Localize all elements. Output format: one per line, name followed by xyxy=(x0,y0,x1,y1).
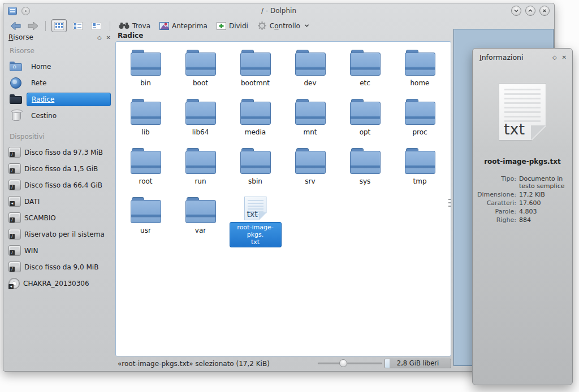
sidebar-device-item[interactable]: SCAMBIO xyxy=(8,210,111,226)
info-file-name: root-image-pkgs.txt xyxy=(473,158,572,165)
preview-button[interactable]: Anteprima xyxy=(157,21,210,31)
sidebar-item-network[interactable]: Rete xyxy=(8,75,111,91)
close-button[interactable] xyxy=(539,6,550,16)
folder-label: sys xyxy=(360,177,371,185)
gear-icon xyxy=(257,21,267,31)
folder-label: lib64 xyxy=(192,128,209,136)
folder-item[interactable]: run xyxy=(173,146,228,195)
information-panel-header[interactable]: Informazioni ◇ ✕ xyxy=(473,49,572,62)
split-icon xyxy=(217,22,226,30)
folder-icon xyxy=(240,148,271,174)
sidebar-device-item[interactable]: Disco fisso da 66,4 GiB xyxy=(8,177,111,193)
folder-item[interactable]: srv xyxy=(283,146,338,195)
folder-item[interactable]: bootmnt xyxy=(228,47,283,97)
sidebar-device-item[interactable]: Riservato per il sistema xyxy=(8,226,111,242)
device-icon xyxy=(8,262,21,272)
maximize-button[interactable] xyxy=(525,6,535,16)
folder-view-container: Radice bin boot bootmnt dev etc xyxy=(115,30,451,370)
places-panel-title: Risorse xyxy=(8,33,33,41)
folder-icon xyxy=(295,99,326,125)
folder-item[interactable]: lib xyxy=(118,97,173,146)
selected-file-label: root-image-pkgs. txt xyxy=(230,222,282,247)
folder-item[interactable]: opt xyxy=(338,97,392,146)
find-button[interactable]: Trova xyxy=(116,21,153,31)
device-icon xyxy=(8,180,21,190)
panel-splitter[interactable] xyxy=(448,199,451,209)
globe-icon xyxy=(8,77,23,89)
selected-file-item[interactable]: txt root-image-pkgs. txt xyxy=(228,195,283,247)
zoom-slider-handle[interactable] xyxy=(339,359,347,367)
dock-panel-icon[interactable]: ◇ xyxy=(552,54,557,60)
split-button[interactable]: Dividi xyxy=(214,21,251,31)
sidebar-item-trash[interactable]: Cestino xyxy=(8,107,111,124)
folder-icon xyxy=(350,99,381,125)
folder-item[interactable]: bin xyxy=(118,47,173,97)
folder-item[interactable]: proc xyxy=(392,97,447,146)
folder-item[interactable]: lib64 xyxy=(173,97,228,146)
folder-icon xyxy=(350,148,381,174)
places-panel: Risorse ◇ ✕ Risorse ⌂ Home Rete Radice C… xyxy=(5,30,114,369)
root-folder-icon xyxy=(8,94,23,104)
folder-label: media xyxy=(245,128,266,136)
folder-label: mnt xyxy=(304,128,317,136)
folder-label: var xyxy=(195,227,206,234)
sidebar-device-item[interactable]: WIN xyxy=(8,242,111,259)
minimize-button[interactable] xyxy=(511,6,521,16)
folder-item[interactable]: usr xyxy=(118,195,173,244)
folder-label: usr xyxy=(140,227,151,234)
folder-label: boot xyxy=(193,79,208,87)
folder-item[interactable]: sys xyxy=(338,146,392,195)
sidebar-item-home[interactable]: ⌂ Home xyxy=(8,58,111,75)
folder-label: proc xyxy=(412,128,427,136)
window-title: / - Dolphin xyxy=(3,7,554,15)
folder-item[interactable]: var xyxy=(173,195,228,244)
preview-label: Anteprima xyxy=(172,22,208,30)
statusbar: «root-image-pkgs.txt» selezionato (17,2 … xyxy=(115,358,451,370)
property-row: Tipo:Documento in testo semplice xyxy=(475,175,570,190)
folder-icon xyxy=(295,148,326,174)
folder-label: opt xyxy=(360,128,371,136)
folder-item[interactable]: root xyxy=(118,146,173,195)
view-title: Radice xyxy=(115,30,451,41)
information-panel-title: Informazioni xyxy=(479,53,524,62)
sidebar-item-root[interactable]: Radice xyxy=(8,91,111,107)
folder-icon xyxy=(131,148,161,174)
titlebar: / - Dolphin xyxy=(3,3,554,18)
binoculars-icon xyxy=(119,22,129,29)
device-icon xyxy=(8,147,21,158)
file-preview-icon: txt xyxy=(499,83,546,141)
float-panel-icon[interactable]: ◇ xyxy=(97,34,102,41)
device-icon xyxy=(8,196,21,207)
close-panel-icon[interactable]: ✕ xyxy=(562,54,567,60)
folder-label: lib xyxy=(141,128,149,136)
sidebar-device-item[interactable]: Disco fisso da 1,5 GiB xyxy=(8,160,111,177)
property-row: Dimensione:17,2 KiB xyxy=(475,190,570,199)
folder-icon xyxy=(185,50,216,76)
sidebar-device-item[interactable]: Disco fisso da 97,3 MiB xyxy=(8,144,111,160)
sidebar-device-item[interactable]: Disco fisso da 9,0 MiB xyxy=(8,259,111,275)
folder-icon xyxy=(295,50,326,76)
folder-item[interactable]: mnt xyxy=(283,97,338,146)
folder-item[interactable]: tmp xyxy=(392,146,447,195)
find-label: Trova xyxy=(132,22,150,30)
control-label: Controllo xyxy=(270,22,300,30)
folder-label: etc xyxy=(360,79,370,87)
folder-label: bin xyxy=(140,79,151,87)
device-icon xyxy=(8,245,21,256)
folder-item[interactable]: boot xyxy=(173,47,228,97)
folder-item[interactable]: sbin xyxy=(228,146,283,195)
folder-label: root xyxy=(139,177,152,185)
folder-label: dev xyxy=(304,79,316,87)
folder-item[interactable]: home xyxy=(392,47,447,97)
sidebar-device-item[interactable]: DATI xyxy=(8,193,111,210)
folder-item[interactable]: etc xyxy=(338,47,392,97)
sidebar-device-item[interactable]: CHAKRA_20130306 xyxy=(8,275,111,291)
icon-view[interactable]: bin boot bootmnt dev etc home xyxy=(115,41,451,356)
folder-icon xyxy=(405,50,435,76)
information-panel: Informazioni ◇ ✕ txt root-image-pkgs.txt… xyxy=(472,48,573,385)
folder-item[interactable]: dev xyxy=(283,47,338,97)
zoom-slider[interactable] xyxy=(318,363,382,364)
close-panel-icon[interactable]: ✕ xyxy=(106,34,111,41)
folder-icon xyxy=(185,99,216,125)
folder-item[interactable]: media xyxy=(228,97,283,146)
